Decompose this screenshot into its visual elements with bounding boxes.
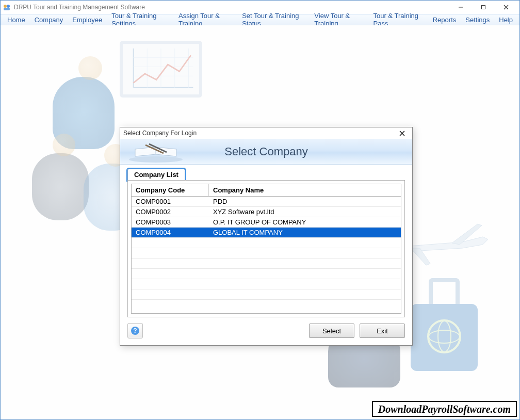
- dialog-footer: ? Select Exit: [120, 320, 412, 345]
- tab-panel: Company Code Company Name COMP0001PDDCOM…: [127, 180, 405, 317]
- col-company-code[interactable]: Company Code: [132, 184, 209, 196]
- maximize-button[interactable]: [472, 1, 495, 14]
- menu-home[interactable]: Home: [3, 14, 30, 25]
- svg-point-1: [7, 5, 10, 8]
- dialog-titlebar: Select Company For Login: [120, 127, 412, 139]
- cell-company-name: GLOBAL IT COMPANY: [209, 229, 401, 236]
- tab-company-list[interactable]: Company List: [127, 169, 185, 181]
- tab-strip: Company List: [127, 169, 405, 181]
- table-row: [132, 238, 401, 248]
- audience-head-illustration: [53, 134, 75, 156]
- cell-company-name: O.P. IT GROUP OF COMPANY: [209, 218, 401, 226]
- table-row[interactable]: COMP0003O.P. IT GROUP OF COMPANY: [132, 217, 401, 228]
- menu-help[interactable]: Help: [494, 14, 517, 25]
- select-button[interactable]: Select: [309, 324, 354, 338]
- menu-tour-training-pass[interactable]: Tour & Training Pass: [369, 14, 428, 25]
- table-row: [132, 279, 401, 289]
- main-window: DRPU Tour and Training Management Softwa…: [0, 0, 520, 420]
- dialog-body: Company List Company Code Company Name C…: [120, 165, 412, 320]
- dialog-close-button[interactable]: [395, 128, 409, 138]
- table-row: [132, 248, 401, 259]
- dialog-title: Select Company For Login: [123, 130, 197, 137]
- whiteboard-chart-illustration: [120, 41, 202, 98]
- presenter-head-illustration: [78, 56, 102, 80]
- company-grid[interactable]: Company Code Company Name COMP0001PDDCOM…: [131, 184, 401, 314]
- cell-company-code: COMP0001: [132, 198, 209, 205]
- table-row: [132, 259, 401, 269]
- col-company-name[interactable]: Company Name: [209, 184, 401, 196]
- app-title: DRPU Tour and Training Management Softwa…: [14, 4, 145, 11]
- select-company-dialog: Select Company For Login Select Company: [120, 127, 413, 346]
- help-button[interactable]: ?: [127, 323, 143, 338]
- menu-reports[interactable]: Reports: [428, 14, 461, 25]
- close-button[interactable]: [495, 1, 517, 14]
- svg-rect-4: [482, 6, 485, 9]
- cell-company-code: COMP0004: [132, 229, 209, 236]
- svg-rect-2: [4, 8, 10, 10]
- table-row[interactable]: COMP0001PDD: [132, 197, 401, 207]
- audience-body-illustration: [32, 153, 89, 220]
- cell-company-name: PDD: [209, 198, 401, 205]
- app-icon: [3, 3, 11, 11]
- dialog-header-title: Select Company: [224, 145, 307, 158]
- exit-button[interactable]: Exit: [360, 324, 405, 338]
- cell-company-code: COMP0003: [132, 218, 209, 226]
- notebook-icon: [127, 141, 184, 163]
- svg-text:?: ?: [133, 327, 137, 334]
- minimize-button[interactable]: [449, 1, 472, 14]
- table-row: [132, 269, 401, 279]
- menu-settings[interactable]: Settings: [461, 14, 494, 25]
- menu-company[interactable]: Company: [30, 14, 68, 25]
- svg-point-18: [129, 156, 183, 163]
- table-row: [132, 289, 401, 300]
- menu-set-tour-training-status[interactable]: Set Tour & Training Status: [237, 14, 310, 25]
- menu-assign-tour-training[interactable]: Assign Tour & Training: [174, 14, 237, 25]
- menu-employee[interactable]: Employee: [68, 14, 107, 25]
- menu-tour-training-settings[interactable]: Tour & Training Settings: [107, 14, 174, 25]
- svg-point-0: [4, 5, 7, 8]
- suitcase-illustration: [411, 278, 478, 376]
- window-controls: [449, 1, 517, 14]
- cell-company-code: COMP0002: [132, 208, 209, 216]
- menubar: Home Company Employee Tour & Training Se…: [1, 14, 519, 25]
- dialog-header: Select Company: [120, 139, 412, 165]
- grid-rows: COMP0001PDDCOMP0002XYZ Software pvt.ltdC…: [132, 197, 401, 313]
- client-area: DownloadPayrollSoftware.com Select Compa…: [1, 25, 519, 419]
- watermark: DownloadPayrollSoftware.com: [372, 401, 517, 417]
- table-row[interactable]: COMP0004GLOBAL IT COMPANY: [132, 228, 401, 238]
- grid-header: Company Code Company Name: [132, 184, 401, 197]
- cell-company-name: XYZ Software pvt.ltd: [209, 208, 401, 216]
- menu-view-tour-training[interactable]: View Tour & Training: [310, 14, 368, 25]
- table-row[interactable]: COMP0002XYZ Software pvt.ltd: [132, 207, 401, 217]
